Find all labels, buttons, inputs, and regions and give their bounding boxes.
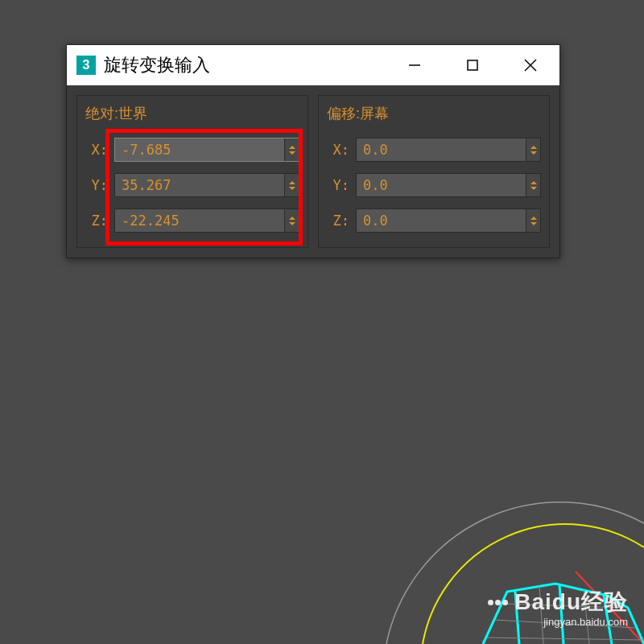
absolute-panel-title: 绝对:世界 [85,104,299,123]
watermark: Baidu经验 jingyan.baidu.com [488,587,628,628]
maximize-button[interactable] [444,45,502,85]
absolute-y-row: Y: 35.267 [85,173,299,197]
down-arrow-icon [530,222,537,225]
absolute-y-value: 35.267 [122,177,284,193]
up-arrow-icon [530,181,537,184]
absolute-z-row: Z: -22.245 [85,208,299,233]
offset-panel-title: 偏移:屏幕 [327,104,541,123]
minimize-button[interactable] [386,45,444,85]
watermark-logo: Baidu经验 [488,587,628,617]
watermark-text: Baidu经验 [514,587,628,617]
offset-z-value: 0.0 [363,213,526,229]
titlebar-controls [386,45,559,85]
close-button[interactable] [502,45,559,85]
absolute-x-input[interactable]: -7.685 [114,138,299,162]
rotate-transform-dialog[interactable]: 3 旋转变换输入 绝对:世界 X: -7.685 [66,44,560,258]
up-arrow-icon [289,146,295,149]
offset-z-spinner[interactable] [526,209,540,232]
offset-x-input[interactable]: 0.0 [356,138,541,162]
watermark-url: jingyan.baidu.com [488,616,628,628]
offset-screen-panel: 偏移:屏幕 X: 0.0 Y: 0.0 [318,95,550,248]
offset-y-row: Y: 0.0 [327,173,541,197]
up-arrow-icon [289,181,295,184]
absolute-x-row: X: -7.685 [85,138,299,162]
down-arrow-icon [289,222,295,225]
absolute-x-value: -7.685 [122,142,284,158]
offset-x-row: X: 0.0 [327,138,541,162]
offset-z-input[interactable]: 0.0 [356,208,541,233]
up-arrow-icon [530,146,537,149]
titlebar[interactable]: 3 旋转变换输入 [67,45,559,85]
offset-y-label: Y: [327,177,349,193]
offset-z-row: Z: 0.0 [327,208,541,233]
svg-rect-1 [468,60,477,70]
down-arrow-icon [289,187,295,190]
up-arrow-icon [530,217,537,220]
absolute-z-value: -22.245 [122,213,284,229]
paw-icon [488,600,508,605]
absolute-x-label: X: [85,142,108,158]
offset-z-label: Z: [327,213,349,229]
absolute-y-spinner[interactable] [284,174,299,196]
offset-x-value: 0.0 [363,142,526,158]
down-arrow-icon [289,151,295,155]
svg-line-9 [487,638,644,640]
absolute-y-label: Y: [85,177,108,193]
up-arrow-icon [289,217,295,220]
down-arrow-icon [530,187,537,190]
offset-x-spinner[interactable] [526,138,540,161]
absolute-z-label: Z: [85,213,108,229]
dialog-body: 绝对:世界 X: -7.685 Y: 35.267 [67,85,559,258]
absolute-y-input[interactable]: 35.267 [114,173,299,197]
absolute-world-panel: 绝对:世界 X: -7.685 Y: 35.267 [76,95,308,248]
offset-y-spinner[interactable] [526,174,540,196]
offset-y-input[interactable]: 0.0 [356,173,541,197]
absolute-z-spinner[interactable] [284,209,299,232]
app-icon: 3 [76,56,96,75]
absolute-z-input[interactable]: -22.245 [114,208,299,233]
down-arrow-icon [530,151,537,155]
window-title: 旋转变换输入 [104,53,386,77]
offset-x-label: X: [327,142,349,158]
offset-y-value: 0.0 [363,177,526,193]
absolute-x-spinner[interactable] [284,138,299,161]
